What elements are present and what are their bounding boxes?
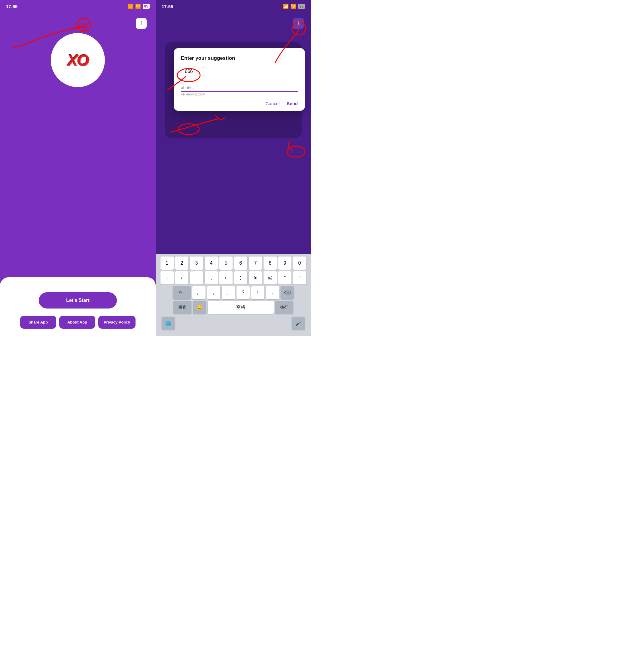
bottom-buttons: Share App About App Privacy Policy [20, 316, 136, 329]
keyboard-row-4: 拼音 😊 空格 换行 [157, 301, 310, 314]
keyboard: 1 2 3 4 5 6 7 8 9 0 - / : ; ( ) ¥ @ " " … [156, 254, 311, 336]
right-time: 17:55 [162, 4, 173, 9]
keyboard-row-1: 1 2 3 4 5 6 7 8 9 0 [157, 256, 310, 270]
logo-circle: XO [51, 33, 105, 87]
right-signal-icon: 📶 [283, 4, 289, 9]
suggestion-dialog: Enter your suggestion AHHHHFS.COM Cancel… [174, 48, 305, 111]
dialog-number-input[interactable] [181, 66, 205, 77]
key-3[interactable]: 3 [190, 256, 203, 270]
key-7[interactable]: 7 [249, 256, 262, 270]
left-time: 17:55 [6, 4, 18, 9]
dialog-text-row: AHHHHFS.COM [181, 82, 298, 96]
key-semicolon[interactable]: ; [205, 271, 218, 284]
key-0[interactable]: 0 [293, 256, 306, 270]
signal-icon: 📶 [128, 4, 133, 9]
right-wifi-icon: 🛜 [290, 4, 296, 9]
key-exclaim[interactable]: ! [251, 286, 265, 299]
keyboard-row-2: - / : ; ( ) ¥ @ " " [157, 271, 310, 284]
key-mic[interactable]: 🎤 [292, 317, 305, 330]
feedback-button-left[interactable]: ! [136, 18, 147, 29]
key-space[interactable]: 空格 [208, 301, 274, 314]
dialog-text-input[interactable] [181, 84, 298, 92]
feedback-icon-right: ! [298, 21, 299, 26]
lets-start-button[interactable]: Let's Start [39, 292, 117, 309]
xo-logo: XO [67, 51, 88, 69]
key-2[interactable]: 2 [175, 256, 188, 270]
key-globe[interactable]: 🌐 [162, 317, 175, 330]
key-dquote1[interactable]: " [278, 271, 291, 284]
svg-point-3 [287, 146, 305, 157]
left-status-icons: 📶 🛜 85 [128, 4, 150, 9]
feedback-icon-left: ! [141, 21, 142, 26]
key-comma[interactable]: , [207, 286, 220, 299]
key-4[interactable]: 4 [205, 256, 218, 270]
key-question[interactable]: ? [237, 286, 250, 299]
key-minus[interactable]: - [161, 271, 174, 284]
keyboard-row-3: #+= 。 , 、 ? ! . ⌫ [157, 286, 310, 299]
share-app-button[interactable]: Share App [20, 316, 56, 329]
about-app-button[interactable]: About App [59, 316, 95, 329]
key-colon[interactable]: : [190, 271, 203, 284]
key-delete[interactable]: ⌫ [281, 286, 294, 299]
key-6[interactable]: 6 [234, 256, 247, 270]
privacy-policy-button[interactable]: Privacy Policy [98, 316, 136, 329]
key-pinyin[interactable]: 拼音 [173, 301, 192, 314]
feedback-button-right[interactable]: ! [293, 18, 304, 29]
watermark-text: AHHHHFS.COM [181, 93, 298, 96]
left-panel: 17:55 📶 🛜 85 ! XO Let's Start Share App … [0, 0, 156, 336]
right-battery-badge: 85 [298, 4, 305, 9]
key-return[interactable]: 换行 [275, 301, 293, 314]
wifi-icon: 🛜 [135, 4, 141, 9]
svg-point-0 [77, 18, 91, 31]
right-status-bar: 17:55 📶 🛜 85 [156, 0, 311, 9]
dialog-actions: Cancel Send [181, 101, 298, 106]
keyboard-bottom-row: 🌐 🎤 [157, 315, 310, 330]
right-panel: 17:55 📶 🛜 85 ! Enter your suggestion AHH… [156, 0, 311, 336]
key-8[interactable]: 8 [264, 256, 277, 270]
key-5[interactable]: 5 [219, 256, 233, 270]
dialog-number-row [181, 66, 298, 77]
key-dot[interactable]: . [266, 286, 279, 299]
left-status-bar: 17:55 📶 🛜 85 [0, 0, 156, 9]
key-emoji[interactable]: 😊 [193, 301, 206, 314]
key-rparen[interactable]: ) [234, 271, 247, 284]
key-yen[interactable]: ¥ [249, 271, 262, 284]
key-lparen[interactable]: ( [219, 271, 233, 284]
battery-badge: 85 [143, 4, 150, 9]
key-9[interactable]: 9 [278, 256, 291, 270]
bottom-card: Let's Start Share App About App Privacy … [0, 277, 156, 336]
dialog-cancel-button[interactable]: Cancel [266, 101, 280, 106]
key-dquote2[interactable]: " [293, 271, 306, 284]
right-status-icons: 📶 🛜 85 [283, 4, 305, 9]
key-period-cn[interactable]: 。 [192, 286, 206, 299]
key-slash[interactable]: / [175, 271, 188, 284]
dialog-title: Enter your suggestion [181, 55, 298, 61]
key-at[interactable]: @ [264, 271, 277, 284]
key-pause-cn[interactable]: 、 [222, 286, 235, 299]
key-1[interactable]: 1 [161, 256, 174, 270]
key-hashtag[interactable]: #+= [173, 286, 191, 299]
dialog-send-button[interactable]: Send [287, 101, 298, 106]
